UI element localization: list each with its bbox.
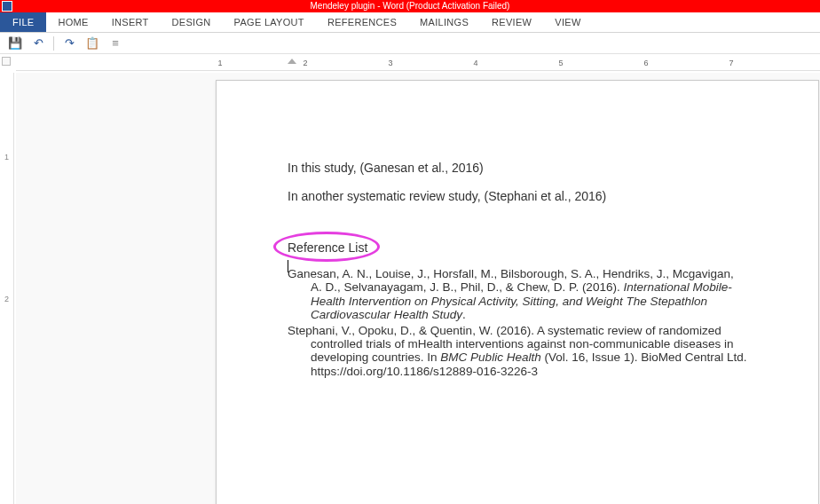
paste-button[interactable]: 📋 <box>84 35 100 51</box>
tab-label: HOME <box>58 17 88 28</box>
tab-label: REFERENCES <box>327 17 397 28</box>
tab-view[interactable]: VIEW <box>543 12 592 32</box>
tab-design[interactable]: DESIGN <box>161 12 223 32</box>
ruler-tick: 5 <box>558 59 563 67</box>
reference-entry[interactable]: Ganesan, A. N., Louise, J., Horsfall, M.… <box>288 267 747 322</box>
customize-button[interactable]: ≡ <box>107 35 123 51</box>
ruler-tick: 2 <box>4 295 9 303</box>
ref-text: . <box>462 308 466 321</box>
vertical-ruler[interactable]: 1 2 <box>2 73 14 504</box>
tab-home[interactable]: HOME <box>46 12 99 32</box>
ruler-tick: 7 <box>729 59 733 67</box>
undo-button[interactable]: ↶ <box>30 35 46 51</box>
text-cursor-icon <box>288 260 288 272</box>
reference-list-heading[interactable]: Reference List <box>288 240 367 255</box>
separator <box>53 36 54 51</box>
indent-marker-icon[interactable] <box>288 59 296 64</box>
paste-icon: 📋 <box>85 36 99 50</box>
quick-access-toolbar: 💾 ↶ ↷ 📋 ≡ <box>0 33 820 54</box>
tab-mailings[interactable]: MAILINGS <box>408 12 480 32</box>
horizontal-ruler[interactable]: 1 2 3 4 5 6 7 <box>16 57 820 71</box>
ruler-tick: 3 <box>388 59 392 67</box>
reference-list-heading-wrap: Reference List <box>288 240 367 255</box>
word-app-icon <box>2 1 12 12</box>
document-page[interactable]: In this study, (Ganesan et al., 2016) In… <box>216 80 819 504</box>
tab-label: REVIEW <box>492 17 532 28</box>
ribbon-tabs: FILE HOME INSERT DESIGN PAGE LAYOUT REFE… <box>0 12 820 33</box>
tab-label: PAGE LAYOUT <box>234 17 304 28</box>
ref-title-italic: BMC Public Health <box>440 350 540 364</box>
ruler-scale: 1 2 3 4 5 6 7 <box>220 57 820 71</box>
left-gutter <box>16 73 193 504</box>
save-icon: 💾 <box>8 36 22 50</box>
redo-icon: ↷ <box>65 36 75 50</box>
body-paragraph[interactable]: In this study, (Ganesan et al., 2016) <box>288 161 747 175</box>
tab-label: MAILINGS <box>420 17 469 28</box>
title-text: Mendeley plugin - Word (Product Activati… <box>311 1 510 11</box>
tab-page-layout[interactable]: PAGE LAYOUT <box>223 12 316 32</box>
ruler-tab-selector[interactable] <box>2 57 11 66</box>
tab-references[interactable]: REFERENCES <box>316 12 408 32</box>
tab-label: DESIGN <box>172 17 211 28</box>
document-canvas[interactable]: In this study, (Ganesan et al., 2016) In… <box>16 73 820 504</box>
undo-icon: ↶ <box>34 36 43 50</box>
tab-label: VIEW <box>555 17 580 28</box>
tab-insert[interactable]: INSERT <box>100 12 161 32</box>
ruler-tick: 1 <box>4 153 9 161</box>
ruler-tick: 6 <box>643 59 648 67</box>
file-tab-label: FILE <box>12 17 34 28</box>
body-paragraph[interactable]: In another systematic review study, (Ste… <box>288 189 747 203</box>
title-bar: Mendeley plugin - Word (Product Activati… <box>0 0 820 12</box>
save-button[interactable]: 💾 <box>7 35 23 51</box>
customize-icon: ≡ <box>112 36 119 50</box>
tab-review[interactable]: REVIEW <box>480 12 543 32</box>
reference-entry[interactable]: Stephani, V., Opoku, D., & Quentin, W. (… <box>288 324 747 379</box>
ruler-tick: 1 <box>217 59 222 67</box>
ruler-tick: 4 <box>473 59 477 67</box>
tab-label: INSERT <box>112 17 149 28</box>
ruler-tick: 2 <box>303 59 307 67</box>
file-tab[interactable]: FILE <box>0 12 46 32</box>
redo-button[interactable]: ↷ <box>61 35 77 51</box>
